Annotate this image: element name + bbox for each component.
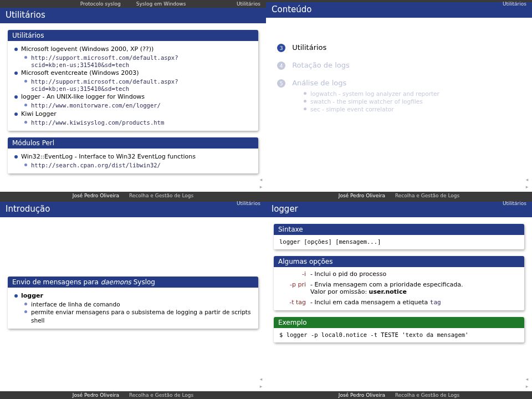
nav-next-icon[interactable]: ▸ <box>258 184 264 190</box>
slide-nav-icons: ◂ ▸ <box>258 177 264 190</box>
nav-item-active: Utilitários <box>503 1 526 7</box>
list-item: Microsoft eventcreate (Windows 2003) <box>13 69 253 78</box>
italic-word: daemons <box>101 278 131 286</box>
slide-introducao: Utilitários Introdução Envio de mensagen… <box>0 200 266 399</box>
footer-title: Recolha e Gestão de Logs <box>129 193 193 198</box>
nav-prev-icon[interactable]: ◂ <box>524 376 530 382</box>
footer: José Pedro Oliveira Recolha e Gestão de … <box>0 391 266 399</box>
option-desc: - Inclui o pid do processo <box>310 270 519 278</box>
footer: José Pedro Oliveira Recolha e Gestão de … <box>266 192 532 200</box>
list-item: Kiwi Logger <box>13 110 253 119</box>
slide-logger: Utilitários logger Sintaxe logger [opçõe… <box>266 200 532 399</box>
footer-title: Recolha e Gestão de Logs <box>129 392 193 398</box>
list-item: Microsoft logevent (Windows 2000, XP (??… <box>13 45 253 54</box>
slide-nav-icons: ◂ ▸ <box>258 376 264 389</box>
footer-title: Recolha e Gestão de Logs <box>395 392 459 398</box>
block-head: Sintaxe <box>274 224 524 235</box>
code-line: logger [opções] [mensagem...] <box>274 235 524 249</box>
nav-item: Syslog em Windows <box>136 1 186 7</box>
footer-author: José Pedro Oliveira <box>73 392 119 398</box>
url-line: http://www.kiwisyslog.com/products.htm <box>23 119 253 126</box>
option-flag: -i <box>279 270 306 278</box>
nav-item-active: Utilitários <box>237 201 260 206</box>
agenda-label: Rotação de logs <box>292 61 350 69</box>
mono-word: tag <box>430 299 441 306</box>
slide-title: Utilitários <box>0 8 266 23</box>
block-modulos-perl: Módulos Perl Win32::EventLog - Interface… <box>8 137 258 173</box>
nav-prev-icon[interactable]: ◂ <box>524 177 530 182</box>
block-head-text: Envio de mensagens para daemons Syslog <box>12 278 155 286</box>
block-head: Módulos Perl <box>8 137 258 149</box>
agenda-label: Análise de logs <box>292 79 346 87</box>
footer-title: Recolha e Gestão de Logs <box>395 193 459 198</box>
block-head: Utilitários <box>8 30 258 41</box>
slide-body: Sintaxe logger [opções] [mensagem...] Al… <box>266 217 532 391</box>
slide-title: logger <box>266 202 532 217</box>
agenda-number-icon: 4 <box>277 62 285 70</box>
list-item: Win32::EventLog - Interface to Win32 Eve… <box>13 153 253 161</box>
agenda-number-icon: 3 <box>277 44 285 52</box>
block-head: Algumas opções <box>274 256 524 267</box>
text: - Envia mensagem com a prioridade especi… <box>310 281 463 288</box>
nav-bar: Utilitários <box>0 200 266 202</box>
agenda-subitems: logwatch - system log analyzer and repor… <box>293 90 524 114</box>
slide-conteudo: Utilitários Conteúdo 3 Utilitários 4 Rot… <box>266 0 532 200</box>
footer-author: José Pedro Oliveira <box>339 193 385 198</box>
nav-prev-icon[interactable]: ◂ <box>258 376 264 382</box>
list-item: logger <box>13 292 253 300</box>
agenda-item-dim: 5 Análise de logs <box>277 79 524 88</box>
url-line: scid=kb;en-us;315410&sd=tech <box>31 85 253 92</box>
url-line: scid=kb;en-us;315410&sd=tech <box>31 62 253 68</box>
slide-body: 3 Utilitários 4 Rotação de logs 5 Anális… <box>266 18 532 192</box>
slide-nav-icons: ◂ ▸ <box>524 376 530 389</box>
text: - Inclui em cada mensagem a etiqueta <box>310 299 430 306</box>
list-item: permite enviar mensagens para o subsiste… <box>23 308 253 324</box>
block-head: Exemplo <box>274 317 524 328</box>
nav-next-icon[interactable]: ▸ <box>524 184 530 190</box>
block-body: Win32::EventLog - Interface to Win32 Eve… <box>8 149 258 173</box>
code-line: $ logger -p local0.notice -t TESTE 'text… <box>274 328 524 342</box>
footer-author: José Pedro Oliveira <box>73 193 119 198</box>
text: Valor por omissão: <box>310 288 369 295</box>
option-flag: -t tag <box>279 299 306 306</box>
nav-item-active: Utilitários <box>503 201 526 206</box>
block-body: Microsoft logevent (Windows 2000, XP (??… <box>8 41 258 131</box>
block-exemplo: Exemplo $ logger -p local0.notice -t TES… <box>274 317 524 342</box>
nav-bar: Utilitários <box>266 200 532 202</box>
list-item: sec - simple event correlator <box>303 105 524 113</box>
option-desc: - Envia mensagem com a prioridade especi… <box>310 281 519 295</box>
url-line: http://support.microsoft.com/default.asp… <box>23 54 253 62</box>
block-utilitarios: Utilitários Microsoft logevent (Windows … <box>8 30 258 131</box>
slide-body: Envio de mensagens para daemons Syslog l… <box>0 217 266 391</box>
agenda-number-icon: 5 <box>277 79 285 88</box>
block-envio: Envio de mensagens para daemons Syslog l… <box>8 277 258 328</box>
list-item: logger - An UNIX-like logger for Windows <box>13 93 253 101</box>
nav-item: Protocolo syslog <box>80 1 121 7</box>
list-item: swatch - the simple watcher of logfiles <box>303 98 524 105</box>
slide-body: Utilitários Microsoft logevent (Windows … <box>0 23 266 192</box>
block-body: -i - Inclui o pid do processo -p pri - E… <box>274 267 524 310</box>
list-item: interface de linha de comando <box>23 300 253 308</box>
footer: José Pedro Oliveira Recolha e Gestão de … <box>0 192 266 200</box>
slide-title: Conteúdo <box>266 2 532 18</box>
footer: José Pedro Oliveira Recolha e Gestão de … <box>266 391 532 399</box>
nav-next-icon[interactable]: ▸ <box>258 383 264 389</box>
slide-title: Introdução <box>0 202 266 217</box>
nav-bar: Protocolo syslog Syslog em Windows Utili… <box>0 0 266 8</box>
option-flag: -p pri <box>279 281 306 295</box>
footer-author: José Pedro Oliveira <box>339 392 385 398</box>
nav-item-active: Utilitários <box>237 1 260 7</box>
slide-nav-icons: ◂ ▸ <box>524 177 530 190</box>
block-body: logger interface de linha de comando per… <box>8 288 258 328</box>
nav-prev-icon[interactable]: ◂ <box>258 177 264 182</box>
block-head: Envio de mensagens para daemons Syslog <box>8 277 258 288</box>
nav-bar: Utilitários <box>266 0 532 2</box>
agenda-label: Utilitários <box>292 43 326 52</box>
url-line: http://support.microsoft.com/default.asp… <box>23 78 253 85</box>
agenda-item: 3 Utilitários <box>277 43 524 52</box>
slide-utilitarios-windows: Protocolo syslog Syslog em Windows Utili… <box>0 0 266 200</box>
option-desc: - Inclui em cada mensagem a etiqueta tag <box>310 299 519 306</box>
url-line: http://search.cpan.org/dist/libwin32/ <box>23 161 253 169</box>
nav-next-icon[interactable]: ▸ <box>524 383 530 389</box>
block-sintaxe: Sintaxe logger [opções] [mensagem...] <box>274 224 524 249</box>
